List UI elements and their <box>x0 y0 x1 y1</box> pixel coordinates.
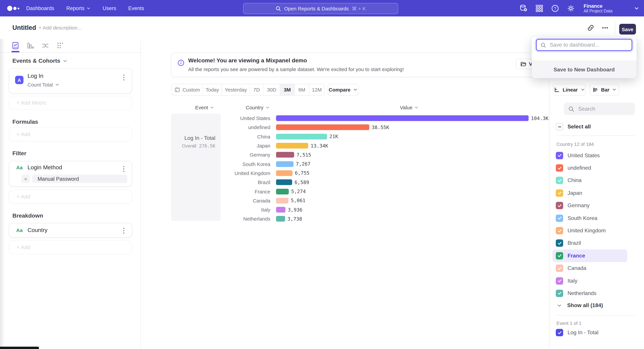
column-event[interactable]: Event <box>195 105 214 110</box>
checkbox[interactable] <box>556 240 563 247</box>
nav-item-reports[interactable]: Reports <box>66 5 90 11</box>
country-filter-row[interactable]: Germany <box>552 199 641 212</box>
add-breakdown-button[interactable]: + Add <box>9 240 132 255</box>
add-description-placeholder[interactable]: + Add description... <box>38 16 82 39</box>
country-filter-row[interactable]: Italy <box>552 275 641 287</box>
country-bar[interactable] <box>276 143 308 148</box>
date-range-7d[interactable]: 7D <box>250 84 264 95</box>
country-bar[interactable] <box>276 207 286 213</box>
country-bar[interactable] <box>276 170 292 176</box>
checkbox[interactable] <box>556 152 563 159</box>
checkbox[interactable] <box>556 265 563 272</box>
country-bar[interactable] <box>276 198 288 204</box>
chevron-down-icon[interactable] <box>634 5 639 11</box>
add-metric-button[interactable]: + Add Metric <box>9 96 132 110</box>
breakdown-card-country[interactable]: Aa Country <box>9 223 132 238</box>
select-all-checkbox[interactable] <box>556 123 563 130</box>
help-icon[interactable]: ? <box>551 4 560 12</box>
country-filter-row[interactable]: Canada <box>552 262 641 275</box>
country-filter-row[interactable]: United States <box>552 149 641 162</box>
date-range-custom[interactable]: Custom <box>172 84 203 95</box>
checkbox[interactable] <box>556 252 563 260</box>
country-filter-row[interactable]: Brazil <box>552 237 641 249</box>
data-management-icon[interactable] <box>519 4 528 12</box>
date-range-today[interactable]: Today <box>203 84 222 95</box>
aggregation-selector[interactable]: Count Total <box>28 82 59 87</box>
filter-property-name[interactable]: Login Method <box>28 164 62 171</box>
compare-button[interactable]: Compare <box>328 84 358 95</box>
country-bar[interactable] <box>276 216 285 222</box>
copy-link-icon[interactable] <box>587 24 594 31</box>
checkbox[interactable] <box>556 189 563 197</box>
checkbox[interactable] <box>556 227 563 234</box>
checkbox[interactable] <box>556 277 563 285</box>
metric-card-login[interactable]: A Log In Count Total <box>9 68 132 93</box>
country-filter-label: United Kingdom <box>568 228 606 234</box>
checkbox[interactable] <box>556 202 563 209</box>
column-country[interactable]: Country <box>246 105 269 110</box>
event-filter-row[interactable]: Log In - Total <box>556 329 598 336</box>
tab-funnels-icon[interactable] <box>26 41 34 50</box>
filter-card-login-method[interactable]: Aa Login Method = Manual Password <box>9 161 132 187</box>
country-filter-row[interactable]: undefined <box>552 162 641 174</box>
country-filter-row[interactable]: South Korea <box>552 212 641 224</box>
nav-item-dashboards[interactable]: Dashboards <box>26 5 54 11</box>
section-events-cohorts[interactable]: Events & Cohorts <box>12 58 67 64</box>
date-range-12m[interactable]: 12M <box>309 84 324 95</box>
event-checkbox[interactable] <box>556 329 563 336</box>
yaxis-scale-button[interactable]: Linear <box>553 84 586 95</box>
segment-search[interactable] <box>564 103 635 115</box>
mixpanel-logo-icon[interactable] <box>7 0 22 16</box>
country-label: United States <box>171 115 270 121</box>
add-formula-button[interactable]: + Add <box>9 127 132 141</box>
country-bar[interactable] <box>276 161 294 167</box>
country-filter-row[interactable]: United Kingdom <box>552 224 641 237</box>
project-switcher[interactable]: Finance All Project Data <box>584 3 612 13</box>
tab-retention-icon[interactable] <box>56 41 64 50</box>
tab-insights-icon[interactable] <box>12 41 20 50</box>
checkbox[interactable] <box>556 290 563 297</box>
country-bar[interactable] <box>276 179 292 185</box>
global-search-button[interactable]: Open Reports & Dashboards ⌘ + K <box>243 3 398 14</box>
filter-value[interactable]: Manual Password <box>32 175 127 183</box>
country-filter-row[interactable]: Netherlands <box>552 287 641 300</box>
country-filter-row[interactable]: France <box>552 249 627 262</box>
filter-operator[interactable]: = <box>22 175 30 183</box>
checkbox[interactable] <box>556 214 563 222</box>
country-filter-row[interactable]: China <box>552 174 641 187</box>
settings-gear-icon[interactable] <box>566 4 575 12</box>
select-all-row[interactable]: Select all <box>556 123 591 130</box>
date-range-3m[interactable]: 3M <box>280 84 295 95</box>
country-bar[interactable] <box>276 125 369 130</box>
report-title[interactable]: Untitled <box>12 16 36 39</box>
country-bar[interactable] <box>276 115 528 121</box>
add-filter-button[interactable]: + Add <box>9 190 132 204</box>
metric-more-icon[interactable] <box>121 74 126 81</box>
show-all-button[interactable]: Show all (184) <box>557 300 603 311</box>
column-value[interactable]: Value <box>400 105 418 110</box>
country-filter-row[interactable]: Japan <box>552 187 641 199</box>
save-button[interactable]: Save <box>619 24 636 34</box>
breakdown-more-icon[interactable] <box>121 227 126 234</box>
date-range-6m[interactable]: 6M <box>295 84 309 95</box>
nav-item-users[interactable]: Users <box>103 5 116 11</box>
date-range-yesterday[interactable]: Yesterday <box>222 84 250 95</box>
country-bar[interactable] <box>276 134 327 139</box>
chart-type-button[interactable]: Bar <box>590 84 619 95</box>
filter-more-icon[interactable] <box>121 165 126 173</box>
save-to-new-dashboard-button[interactable]: Save to New Dashboard <box>532 61 636 78</box>
apps-grid-icon[interactable] <box>535 4 544 12</box>
checkbox[interactable] <box>556 164 563 172</box>
save-dashboard-search[interactable] <box>536 39 632 51</box>
checkbox[interactable] <box>556 177 563 184</box>
country-bar[interactable] <box>276 152 294 158</box>
breakdown-property-name[interactable]: Country <box>28 227 48 234</box>
segment-search-input[interactable] <box>578 105 629 112</box>
save-dashboard-input[interactable] <box>549 41 628 48</box>
country-bar[interactable] <box>276 189 289 194</box>
event-name[interactable]: Log In <box>28 73 44 79</box>
tab-flows-icon[interactable] <box>41 41 49 50</box>
more-options-icon[interactable] <box>602 24 609 31</box>
date-range-30d[interactable]: 30D <box>264 84 280 95</box>
nav-item-events[interactable]: Events <box>128 5 144 11</box>
